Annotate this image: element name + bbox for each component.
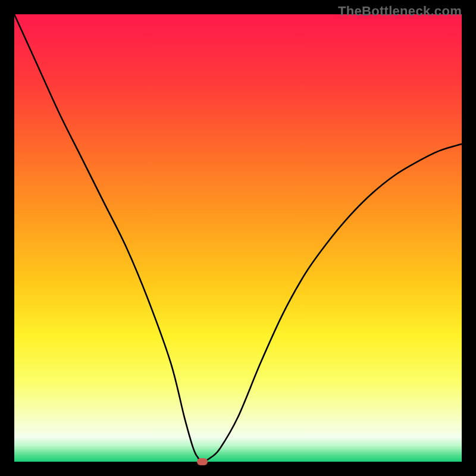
- chart-frame: TheBottleneck.com: [0, 0, 476, 476]
- watermark-text: TheBottleneck.com: [338, 4, 462, 19]
- plot-area: [14, 14, 462, 462]
- current-point-marker: [197, 458, 208, 465]
- bottleneck-curve: [14, 14, 462, 462]
- curve-layer: [14, 14, 462, 462]
